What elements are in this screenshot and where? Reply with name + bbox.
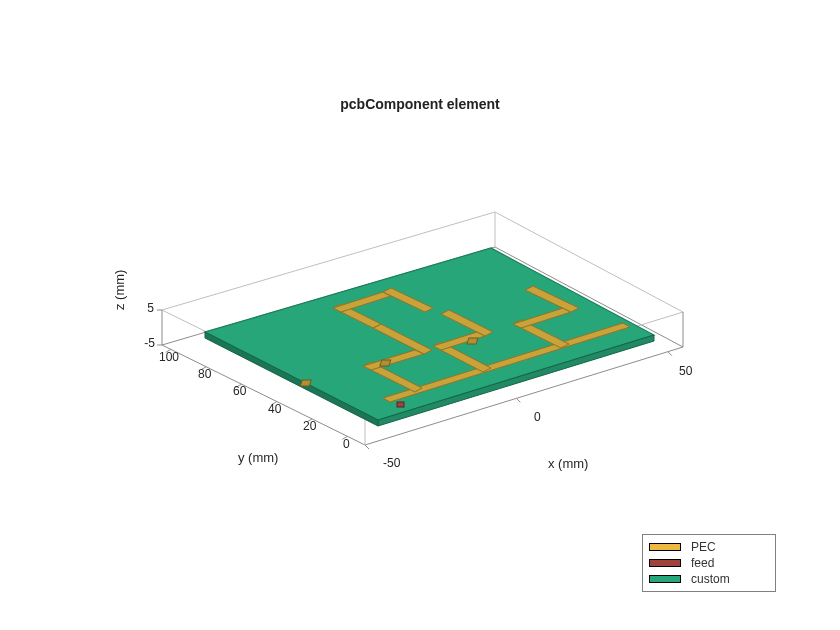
- legend-item: feed: [649, 555, 769, 571]
- y-axis-label: y (mm): [238, 450, 278, 465]
- y-tick: 20: [303, 419, 316, 433]
- z-ticks-marks: [157, 310, 162, 345]
- z-axis-label: z (mm): [112, 270, 127, 310]
- svg-rect-29: [380, 360, 391, 366]
- svg-rect-28: [300, 380, 311, 386]
- feed-marker: [397, 402, 404, 407]
- z-tick: -5: [133, 336, 155, 350]
- legend-swatch-custom: [649, 575, 681, 583]
- svg-rect-30: [467, 338, 478, 344]
- svg-line-11: [516, 398, 520, 402]
- z-tick: 5: [140, 301, 154, 315]
- legend-swatch-pec: [649, 543, 681, 551]
- figure: pcbComponent element: [0, 0, 840, 630]
- axes-3d[interactable]: [115, 110, 735, 470]
- legend-item: PEC: [649, 539, 769, 555]
- legend-label: custom: [691, 571, 730, 587]
- y-tick: 40: [268, 402, 281, 416]
- legend-label: feed: [691, 555, 714, 571]
- x-axis-label: x (mm): [548, 456, 588, 471]
- y-tick: 60: [233, 384, 246, 398]
- legend: PEC feed custom: [642, 534, 776, 592]
- legend-swatch-feed: [649, 559, 681, 567]
- y-tick: 0: [343, 437, 350, 451]
- axes-3d-svg: [115, 110, 735, 470]
- svg-line-10: [365, 445, 369, 449]
- svg-line-12: [668, 352, 672, 356]
- legend-label: PEC: [691, 539, 716, 555]
- x-tick: 0: [534, 410, 541, 424]
- x-tick: 50: [679, 364, 692, 378]
- x-tick: -50: [383, 456, 400, 470]
- legend-item: custom: [649, 571, 769, 587]
- y-tick: 80: [198, 367, 211, 381]
- y-tick: 100: [159, 350, 179, 364]
